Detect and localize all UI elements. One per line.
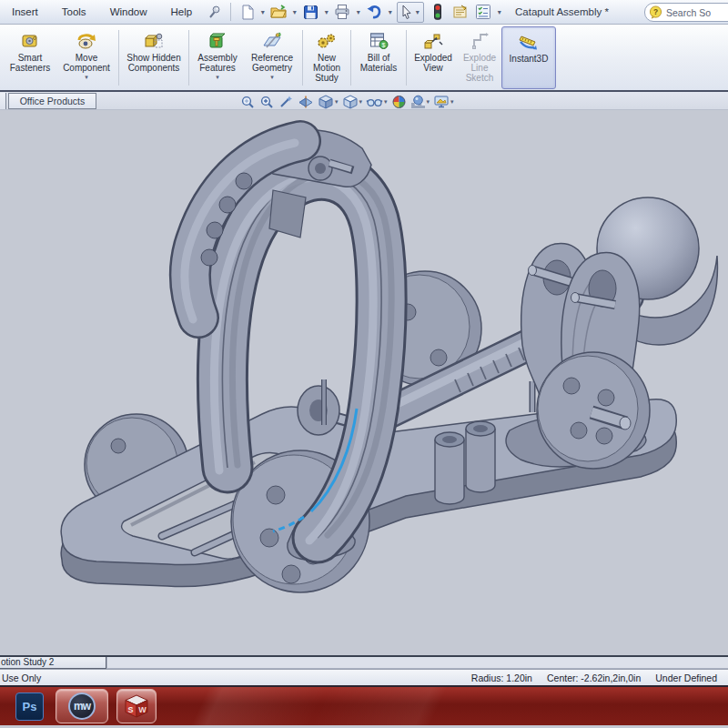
menu-tools[interactable]: Tools [50, 0, 98, 24]
zoom-to-fit-icon[interactable] [239, 94, 257, 109]
reference-geometry-caret-icon[interactable]: ▾ [270, 74, 274, 81]
heads-up-view-toolbar: ▾ ▾ ▾ ▾ ▾ [239, 94, 455, 109]
menu-insert[interactable]: Insert [0, 0, 50, 24]
view-settings-caret-icon[interactable]: ▾ [450, 98, 454, 106]
new-motion-study-icon [316, 29, 338, 53]
ribbon-button-new-motion-study[interactable]: New Motion Study [305, 26, 349, 89]
ribbon-separator [350, 30, 351, 86]
bill-of-materials-icon: $ [369, 29, 389, 53]
status-bar: Use Only Radius: 1.20in Center: -2.62in,… [0, 670, 728, 685]
apply-scene-icon[interactable]: ▾ [410, 94, 431, 109]
ribbon-button-explode-line-sketch: Explode Line Sketch [458, 26, 501, 89]
ribbon-separator [188, 30, 189, 86]
status-center: Center: -2.62in,2in,0in [547, 672, 641, 683]
ribbon-button-bill-of-materials[interactable]: $ Bill of Materials [353, 26, 404, 89]
section-view-icon[interactable] [297, 94, 315, 109]
sketch-status-readout: Radius: 1.20in Center: -2.62in,2in,0in U… [471, 672, 728, 683]
svg-text:?: ? [653, 7, 658, 16]
open-icon[interactable] [268, 2, 289, 22]
tab-motion-study-2[interactable]: otion Study 2 [0, 657, 106, 669]
previous-view-icon[interactable] [278, 94, 295, 109]
search-input[interactable]: Search So [666, 7, 711, 18]
menu-window[interactable]: Window [98, 0, 159, 24]
show-hidden-components-icon [143, 29, 165, 53]
command-tab-row: Office Products ▾ ▾ [0, 92, 728, 110]
smart-fasteners-icon [20, 29, 40, 53]
search-box[interactable]: ? Search So [644, 3, 728, 22]
solidworks-cube-icon: S W [124, 693, 149, 719]
motion-study-tab-bar: otion Study 2 [0, 657, 728, 670]
move-component-caret-icon[interactable]: ▾ [85, 74, 88, 81]
print-icon[interactable] [331, 2, 353, 22]
assembly-features-caret-icon[interactable]: ▾ [216, 74, 219, 81]
ribbon-separator [406, 30, 407, 86]
ribbon-separator [302, 30, 303, 86]
rebuild-icon[interactable] [427, 2, 449, 22]
svg-text:S: S [127, 705, 133, 714]
options-caret-icon[interactable]: ▾ [495, 8, 503, 16]
status-radius: Radius: 1.20in [471, 672, 532, 683]
toolbar-separator [230, 3, 231, 21]
select-caret-icon[interactable]: ▾ [413, 8, 421, 16]
apply-scene-caret-icon[interactable]: ▾ [427, 98, 430, 106]
hide-show-items-icon[interactable]: ▾ [365, 94, 389, 109]
taskbar-maple-icon[interactable]: mw [56, 689, 108, 723]
menu-items: Insert Tools Window Help [0, 0, 204, 24]
menu-help[interactable]: Help [159, 0, 205, 24]
save-icon[interactable] [299, 2, 321, 22]
display-style-icon[interactable]: ▾ [341, 94, 364, 109]
graphics-area[interactable] [0, 110, 728, 657]
command-manager: Smart Fasteners Move Component ▾ Show Hi… [0, 25, 728, 92]
svg-text:$: $ [382, 42, 386, 48]
print-caret-icon[interactable]: ▾ [354, 8, 362, 16]
tab-office-products[interactable]: Office Products [8, 93, 96, 109]
ribbon-button-instant3d[interactable]: Instant3D [501, 26, 556, 89]
solidworks-window: Insert Tools Window Help ▾ ▾ ▾ ▾ [0, 0, 728, 728]
status-define-state: Under Defined [655, 672, 717, 683]
ribbon-separator [118, 30, 119, 86]
taskbar: Ps mw S W [0, 685, 728, 725]
document-title: Catapult Assembly * [515, 0, 609, 24]
ribbon-button-exploded-view[interactable]: Exploded View [409, 26, 458, 89]
select-tool-button[interactable]: ▾ [397, 2, 424, 23]
file-properties-icon[interactable] [450, 2, 471, 22]
display-style-caret-icon[interactable]: ▾ [359, 98, 363, 106]
undo-caret-icon[interactable]: ▾ [386, 8, 394, 16]
ribbon-button-move-component[interactable]: Move Component ▾ [56, 26, 116, 89]
explode-line-sketch-icon [470, 29, 490, 53]
select-arrow-icon [399, 5, 413, 20]
exploded-view-icon [422, 29, 444, 53]
menu-bar: Insert Tools Window Help ▾ ▾ ▾ ▾ [0, 0, 728, 25]
quick-access-toolbar: ▾ ▾ ▾ ▾ ▾ ▾ [236, 2, 503, 23]
undo-icon[interactable] [363, 2, 385, 22]
new-document-caret-icon[interactable]: ▾ [258, 8, 267, 16]
svg-text:W: W [138, 705, 147, 714]
taskbar-photoshop-icon[interactable]: Ps [15, 693, 44, 721]
reference-geometry-icon [261, 29, 283, 53]
ribbon-button-assembly-features[interactable]: Assembly Features ▾ [191, 26, 244, 89]
pin-icon[interactable] [204, 2, 226, 22]
open-caret-icon[interactable]: ▾ [290, 8, 298, 16]
edit-appearance-icon[interactable] [390, 94, 408, 109]
hide-show-items-caret-icon[interactable]: ▾ [384, 98, 388, 106]
instant3d-icon [517, 30, 541, 54]
move-component-icon [76, 29, 97, 53]
model-right-wheel[interactable] [537, 352, 650, 469]
assembly-features-icon [207, 29, 228, 53]
search-help-icon: ? [649, 5, 662, 19]
new-document-icon[interactable] [236, 2, 258, 22]
options-icon[interactable] [472, 2, 494, 22]
view-settings-icon[interactable]: ▾ [432, 94, 455, 109]
motion-tab-strip [106, 657, 728, 669]
taskbar-solidworks-icon[interactable]: S W [116, 689, 157, 723]
tab-stub [0, 93, 6, 109]
ribbon-button-smart-fasteners[interactable]: Smart Fasteners [4, 26, 56, 89]
catapult-model-canvas[interactable] [0, 110, 728, 655]
zoom-to-area-icon[interactable] [258, 94, 276, 109]
view-orientation-icon[interactable]: ▾ [317, 94, 339, 109]
save-caret-icon[interactable]: ▾ [322, 8, 330, 16]
ribbon-button-reference-geometry[interactable]: Reference Geometry ▾ [244, 26, 300, 89]
license-text: Use Only [0, 672, 41, 683]
view-orientation-caret-icon[interactable]: ▾ [335, 98, 339, 106]
ribbon-button-show-hidden-components[interactable]: Show Hidden Components [121, 26, 187, 89]
